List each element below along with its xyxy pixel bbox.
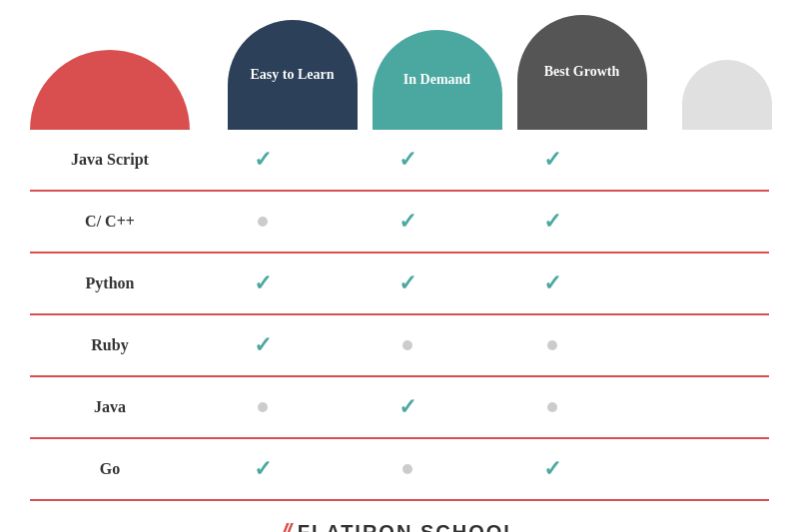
- cells-row: [190, 456, 769, 482]
- cell-extra: [624, 209, 769, 235]
- table-area: Java ScriptC/ C++PythonRubyJavaGo: [0, 130, 799, 501]
- footer-slashes: //: [282, 519, 290, 532]
- easy-to-learn-label: Easy to Learn: [251, 66, 335, 84]
- lang-cell: Go: [30, 460, 190, 478]
- main-container: Easy to Learn In Demand Best Growth: [0, 0, 799, 532]
- bubbles-row: Easy to Learn In Demand Best Growth: [0, 0, 799, 130]
- cell-extra: [624, 147, 769, 173]
- check-icon: [399, 209, 416, 235]
- check-icon: [543, 270, 561, 296]
- table-row: C/ C++: [30, 192, 769, 254]
- lang-cell: Java Script: [30, 151, 190, 169]
- lang-cell: Python: [30, 274, 190, 292]
- cell-growth: [479, 147, 624, 173]
- check-icon: [543, 209, 561, 235]
- cell-growth: [479, 209, 624, 235]
- cell-extra: [624, 270, 769, 296]
- lang-bubble: [30, 50, 190, 130]
- footer-school-name: FLATIRON SCHOOL: [298, 521, 518, 533]
- check-icon: [399, 270, 416, 296]
- lang-cell: Java: [30, 398, 190, 416]
- table-row: Java Script: [30, 130, 769, 192]
- cell-growth: [479, 332, 624, 358]
- cell-demand: [335, 209, 479, 235]
- cell-easy: [190, 456, 335, 482]
- cell-growth: [479, 394, 624, 420]
- table-row: Go: [30, 439, 769, 501]
- cells-row: [190, 270, 769, 296]
- lang-bubble-col: [0, 0, 220, 130]
- cell-growth: [479, 270, 624, 296]
- dot-icon: [547, 340, 557, 350]
- cell-extra: [624, 332, 769, 358]
- best-growth-label: Best Growth: [544, 63, 620, 81]
- lang-cell: C/ C++: [30, 213, 190, 231]
- cell-extra: [624, 456, 769, 482]
- cell-demand: [335, 394, 479, 420]
- table-row: Ruby: [30, 315, 769, 377]
- check-icon: [399, 394, 416, 420]
- cell-demand: [335, 270, 479, 296]
- check-icon: [254, 332, 272, 358]
- col-header-easy: Easy to Learn: [220, 0, 365, 130]
- table-row: Java: [30, 377, 769, 439]
- col-header-extra: [654, 0, 799, 130]
- in-demand-label: In Demand: [403, 71, 470, 89]
- dot-icon: [547, 402, 557, 412]
- cells-row: [190, 394, 769, 420]
- cell-easy: [190, 270, 335, 296]
- in-demand-bubble: In Demand: [373, 30, 502, 130]
- table-row: Python: [30, 254, 769, 315]
- easy-to-learn-bubble: Easy to Learn: [228, 20, 358, 130]
- cell-easy: [190, 147, 335, 173]
- check-icon: [254, 270, 272, 296]
- cells-row: [190, 209, 769, 235]
- footer: // FLATIRON SCHOOL: [0, 501, 799, 532]
- col-header-growth: Best Growth: [509, 0, 654, 130]
- lang-cell: Ruby: [30, 336, 190, 354]
- dot-icon: [258, 217, 268, 227]
- check-icon: [254, 456, 272, 482]
- cell-easy: [190, 209, 335, 235]
- check-icon: [543, 456, 561, 482]
- cell-easy: [190, 394, 335, 420]
- cell-demand: [335, 456, 479, 482]
- check-icon: [254, 147, 272, 173]
- cell-growth: [479, 456, 624, 482]
- header-area: Easy to Learn In Demand Best Growth: [0, 0, 799, 130]
- dot-icon: [402, 340, 412, 350]
- dot-icon: [402, 464, 412, 474]
- col-header-demand: In Demand: [365, 0, 509, 130]
- extra-bubble: [682, 60, 772, 130]
- cell-demand: [335, 147, 479, 173]
- cell-easy: [190, 332, 335, 358]
- cells-row: [190, 147, 769, 173]
- cell-demand: [335, 332, 479, 358]
- cells-row: [190, 332, 769, 358]
- best-growth-bubble: Best Growth: [517, 15, 647, 130]
- check-icon: [399, 147, 416, 173]
- cell-extra: [624, 394, 769, 420]
- check-icon: [543, 147, 561, 173]
- dot-icon: [258, 402, 268, 412]
